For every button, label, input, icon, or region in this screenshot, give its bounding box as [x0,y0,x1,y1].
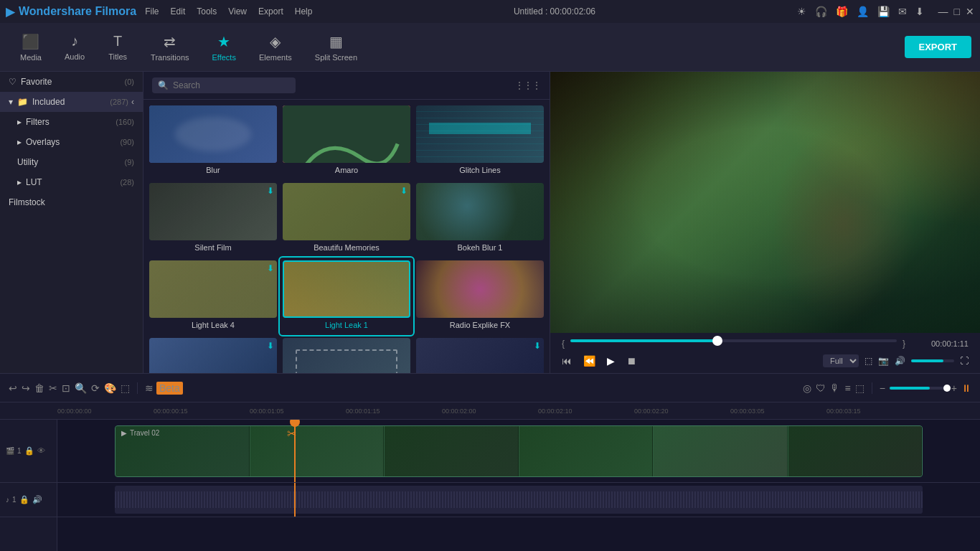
audio-wave-button[interactable]: ≋ Beta [145,382,183,394]
sidebar-overlays[interactable]: ▸ Overlays (90) [0,132,143,152]
pip-button[interactable]: ⬚ [855,382,864,394]
gift-icon[interactable]: 🎁 [836,6,848,17]
effect-silent[interactable]: ⬇ Silent Film [146,180,280,258]
effect-silent-label: Silent Film [149,240,277,255]
export-button[interactable]: EXPORT [905,36,971,58]
ruler-mark-3: 00:00:01:15 [346,408,442,415]
video-clip-travel[interactable]: ▶ Travel 02 [115,425,923,477]
crop-button[interactable]: ⊡ [62,382,70,394]
audio-mute-icon[interactable]: 🔊 [32,495,42,504]
sidebar-included[interactable]: ▾ 📁 Included (287) ‹ [0,92,143,112]
sidebar-favorite[interactable]: ♡ Favorite (0) [0,72,143,92]
toolbar-split-screen[interactable]: ▦ Split Screen [303,27,369,67]
sidebar-collapse-icon[interactable]: ‹ [131,97,134,107]
quality-select[interactable]: Full 1/2 1/4 [823,354,859,367]
search-input[interactable] [173,80,290,90]
toolbar-transitions[interactable]: ⇄ Transitions [139,27,200,67]
undo-button[interactable]: ↩ [9,382,17,394]
beta-badge: Beta [156,382,183,395]
menu-view[interactable]: View [228,6,247,17]
minimize-button[interactable]: — [938,6,948,17]
effect-blur[interactable]: Blur [146,103,280,180]
sidebar-lut[interactable]: ▸ LUT (28) [0,172,143,192]
close-button[interactable]: ✕ [966,6,974,17]
track-lock-icon[interactable]: 🔒 [24,446,34,456]
headphone-icon[interactable]: 🎧 [815,6,827,17]
sidebar-filmstock[interactable]: Filmstock [0,192,143,212]
redo-button[interactable]: ↪ [22,382,30,394]
progress-bar[interactable] [570,339,897,342]
effect-bokeh[interactable]: Bokeh Blur 1 [413,180,547,258]
color-button[interactable]: 🎨 [104,382,116,394]
sidebar-filters-count: (160) [116,118,134,126]
audio-lock-icon[interactable]: 🔒 [19,495,29,504]
toolbar-effects[interactable]: ★ Effects [201,27,248,67]
effect-memories[interactable]: ⬇ Beautifu Memories [280,180,413,258]
play-button[interactable]: ▶ [607,355,615,367]
track-eye-icon[interactable]: 👁 [37,446,45,456]
menu-file[interactable]: File [145,6,159,17]
timeline-tracks: ▶ Travel 02 ✂ [57,420,980,551]
preview-mode-icon[interactable]: ⬚ [864,356,872,366]
toolbar-media[interactable]: ⬛ Media [9,27,53,67]
select-button[interactable]: ⬚ [121,382,130,394]
stop-button[interactable]: ⏹ [626,355,636,367]
effect-light1-thumb [283,260,410,318]
ruler-marks: 00:00:00:00 00:00:00:15 00:00:01:05 00:0… [57,408,923,415]
user-icon[interactable]: 👤 [857,6,869,17]
film-frame-4 [519,426,654,476]
effect-light1[interactable]: Light Leak 1 [280,258,413,335]
step-back-button[interactable]: ⏮ [562,355,572,367]
toolbar-titles[interactable]: T Titles [96,27,139,67]
grid-options-icon[interactable]: ⋮⋮⋮ [515,80,541,90]
delete-button[interactable]: 🗑 [34,382,44,394]
zoom-in-button[interactable]: + [951,382,957,394]
menu-help[interactable]: Help [295,6,313,17]
ruler-mark-6: 00:00:02:20 [634,408,730,415]
pause-all-button[interactable]: ⏸ [961,382,971,394]
effect-amaro[interactable]: Amaro [280,103,413,180]
subtitle-button[interactable]: ≡ [844,382,850,394]
effect-radio-label: Radio Explike FX [416,318,544,332]
sidebar-utility[interactable]: Utility (9) [0,152,143,172]
separator-2 [872,382,872,394]
zoom-slider[interactable] [890,387,947,390]
sidebar-filters[interactable]: ▸ Filters (160) [0,112,143,132]
download-icon[interactable]: ⬇ [915,6,924,17]
snapshot-icon[interactable]: 📷 [878,356,889,366]
audio-track-1 [57,483,980,517]
search-box[interactable]: 🔍 [152,77,296,93]
shield-button[interactable]: 🛡 [816,382,826,394]
download-silent-icon: ⬇ [267,186,274,196]
menu-tools[interactable]: Tools [197,6,217,17]
zoom-in-timeline-button[interactable]: 🔍 [75,382,87,394]
effect-thumb6[interactable]: ⬇ [413,335,547,373]
effect-radio[interactable]: Radio Explike FX [413,258,547,335]
toolbar-audio[interactable]: ♪ Audio [53,27,96,67]
effect-thumb5[interactable] [280,335,413,373]
motion-button[interactable]: ◎ [803,382,811,394]
prev-frame-button[interactable]: ⏪ [583,355,595,367]
maximize-button[interactable]: □ [954,6,960,17]
mic-button[interactable]: 🎙 [830,382,840,394]
cut-button[interactable]: ✂ [49,382,57,394]
menu-edit[interactable]: Edit [171,6,186,17]
transform-button[interactable]: ⟳ [91,382,100,394]
effect-glitch[interactable]: Glitch Lines [413,103,547,180]
effect-amaro-thumb [283,105,410,163]
effect-thumb4[interactable]: ⬇ [146,335,280,373]
volume-slider[interactable] [911,359,954,362]
save-icon[interactable]: 💾 [877,6,890,17]
mail-icon[interactable]: ✉ [898,6,907,17]
effect-light4-thumb: ⬇ [149,260,277,318]
playhead-scissors-icon: ✂ [287,427,296,441]
toolbar-elements[interactable]: ◈ Elements [248,27,303,67]
fullscreen-icon[interactable]: ⛶ [960,356,969,366]
menu-export[interactable]: Export [258,6,283,17]
heart-icon: ♡ [9,77,17,87]
volume-icon[interactable]: 🔊 [895,356,905,366]
zoom-out-button[interactable]: − [880,382,885,394]
sun-icon[interactable]: ☀ [797,6,806,17]
effect-light4[interactable]: ⬇ Light Leak 4 [146,258,280,335]
preview-video [550,72,980,333]
